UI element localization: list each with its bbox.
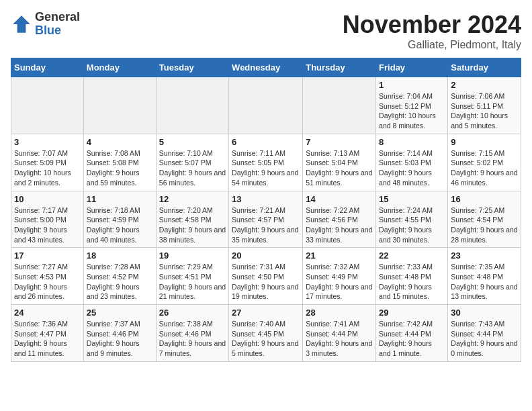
calendar-week-row: 17Sunrise: 7:27 AM Sunset: 4:53 PM Dayli… [11,248,521,305]
table-row: 22Sunrise: 7:33 AM Sunset: 4:48 PM Dayli… [376,248,448,305]
table-row: 2Sunrise: 7:06 AM Sunset: 5:11 PM Daylig… [448,77,521,134]
table-row: 8Sunrise: 7:14 AM Sunset: 5:03 PM Daylig… [376,134,448,191]
calendar-week-row: 3Sunrise: 7:07 AM Sunset: 5:09 PM Daylig… [11,134,521,191]
calendar-week-row: 1Sunrise: 7:04 AM Sunset: 5:12 PM Daylig… [11,77,521,134]
table-row: 28Sunrise: 7:41 AM Sunset: 4:44 PM Dayli… [303,305,376,362]
day-info: Sunrise: 7:25 AM Sunset: 4:54 PM Dayligh… [451,205,518,245]
calendar-week-row: 10Sunrise: 7:17 AM Sunset: 5:00 PM Dayli… [11,191,521,248]
day-info: Sunrise: 7:43 AM Sunset: 4:44 PM Dayligh… [451,319,518,359]
day-number: 22 [379,250,445,261]
day-info: Sunrise: 7:10 AM Sunset: 5:07 PM Dayligh… [159,148,226,188]
day-number: 12 [159,194,226,204]
table-row [83,77,156,134]
table-row: 21Sunrise: 7:32 AM Sunset: 4:49 PM Dayli… [303,248,376,305]
day-info: Sunrise: 7:31 AM Sunset: 4:50 PM Dayligh… [232,262,300,302]
day-info: Sunrise: 7:41 AM Sunset: 4:44 PM Dayligh… [306,319,373,359]
day-info: Sunrise: 7:32 AM Sunset: 4:49 PM Dayligh… [306,262,373,302]
table-row: 10Sunrise: 7:17 AM Sunset: 5:00 PM Dayli… [11,191,84,248]
day-number: 23 [451,250,518,261]
table-row: 27Sunrise: 7:40 AM Sunset: 4:45 PM Dayli… [229,305,303,362]
day-info: Sunrise: 7:36 AM Sunset: 4:47 PM Dayligh… [14,319,81,359]
day-info: Sunrise: 7:24 AM Sunset: 4:55 PM Dayligh… [379,205,445,245]
logo: General Blue [11,11,80,38]
logo-general-text: General [35,11,80,24]
page-header: General Blue November 2024 Galliate, Pie… [11,11,521,51]
day-info: Sunrise: 7:04 AM Sunset: 5:12 PM Dayligh… [379,91,445,131]
day-number: 11 [87,194,153,204]
table-row: 4Sunrise: 7:08 AM Sunset: 5:08 PM Daylig… [83,134,156,191]
table-row: 3Sunrise: 7:07 AM Sunset: 5:09 PM Daylig… [11,134,84,191]
svg-marker-0 [13,15,30,33]
day-number: 20 [232,250,300,261]
table-row: 18Sunrise: 7:28 AM Sunset: 4:52 PM Dayli… [83,248,156,305]
day-number: 29 [379,308,445,318]
table-row: 17Sunrise: 7:27 AM Sunset: 4:53 PM Dayli… [11,248,84,305]
day-info: Sunrise: 7:42 AM Sunset: 4:44 PM Dayligh… [379,319,445,359]
day-number: 28 [306,308,373,318]
day-info: Sunrise: 7:27 AM Sunset: 4:53 PM Dayligh… [14,262,81,302]
day-number: 24 [14,308,81,318]
table-row: 5Sunrise: 7:10 AM Sunset: 5:07 PM Daylig… [156,134,228,191]
day-info: Sunrise: 7:35 AM Sunset: 4:48 PM Dayligh… [451,262,518,302]
col-thursday: Thursday [303,58,376,77]
table-row: 19Sunrise: 7:29 AM Sunset: 4:51 PM Dayli… [156,248,228,305]
day-number: 19 [159,250,226,261]
day-info: Sunrise: 7:07 AM Sunset: 5:09 PM Dayligh… [14,148,81,188]
table-row: 14Sunrise: 7:22 AM Sunset: 4:56 PM Dayli… [303,191,376,248]
table-row: 7Sunrise: 7:13 AM Sunset: 5:04 PM Daylig… [303,134,376,191]
day-info: Sunrise: 7:37 AM Sunset: 4:46 PM Dayligh… [87,319,153,359]
logo-icon [11,13,32,35]
day-number: 25 [87,308,153,318]
day-number: 4 [87,137,153,147]
day-info: Sunrise: 7:29 AM Sunset: 4:51 PM Dayligh… [159,262,226,302]
table-row [229,77,303,134]
table-row: 1Sunrise: 7:04 AM Sunset: 5:12 PM Daylig… [376,77,448,134]
day-info: Sunrise: 7:15 AM Sunset: 5:02 PM Dayligh… [451,148,518,188]
day-info: Sunrise: 7:22 AM Sunset: 4:56 PM Dayligh… [306,205,373,245]
table-row: 26Sunrise: 7:38 AM Sunset: 4:46 PM Dayli… [156,305,228,362]
table-row: 29Sunrise: 7:42 AM Sunset: 4:44 PM Dayli… [376,305,448,362]
day-info: Sunrise: 7:08 AM Sunset: 5:08 PM Dayligh… [87,148,153,188]
day-number: 9 [451,137,518,147]
day-number: 18 [87,250,153,261]
day-info: Sunrise: 7:11 AM Sunset: 5:05 PM Dayligh… [232,148,300,188]
day-number: 7 [306,137,373,147]
table-row [156,77,228,134]
day-info: Sunrise: 7:06 AM Sunset: 5:11 PM Dayligh… [451,91,518,131]
col-friday: Friday [376,58,448,77]
day-number: 2 [451,80,518,90]
day-info: Sunrise: 7:18 AM Sunset: 4:59 PM Dayligh… [87,205,153,245]
day-info: Sunrise: 7:33 AM Sunset: 4:48 PM Dayligh… [379,262,445,302]
day-info: Sunrise: 7:20 AM Sunset: 4:58 PM Dayligh… [159,205,226,245]
col-sunday: Sunday [11,58,84,77]
table-row [303,77,376,134]
day-number: 13 [232,194,300,204]
logo-blue-text: Blue [35,24,80,38]
day-number: 3 [14,137,81,147]
table-row: 23Sunrise: 7:35 AM Sunset: 4:48 PM Dayli… [448,248,521,305]
title-block: November 2024 Galliate, Piedmont, Italy [343,11,521,51]
day-number: 14 [306,194,373,204]
calendar-header-row: Sunday Monday Tuesday Wednesday Thursday… [11,58,521,77]
table-row: 6Sunrise: 7:11 AM Sunset: 5:05 PM Daylig… [229,134,303,191]
day-number: 1 [379,80,445,90]
day-number: 16 [451,194,518,204]
day-info: Sunrise: 7:13 AM Sunset: 5:04 PM Dayligh… [306,148,373,188]
table-row: 16Sunrise: 7:25 AM Sunset: 4:54 PM Dayli… [448,191,521,248]
day-info: Sunrise: 7:40 AM Sunset: 4:45 PM Dayligh… [232,319,300,359]
day-info: Sunrise: 7:14 AM Sunset: 5:03 PM Dayligh… [379,148,445,188]
day-info: Sunrise: 7:38 AM Sunset: 4:46 PM Dayligh… [159,319,226,359]
table-row: 20Sunrise: 7:31 AM Sunset: 4:50 PM Dayli… [229,248,303,305]
table-row: 24Sunrise: 7:36 AM Sunset: 4:47 PM Dayli… [11,305,84,362]
month-title: November 2024 [343,11,521,39]
table-row: 12Sunrise: 7:20 AM Sunset: 4:58 PM Dayli… [156,191,228,248]
day-info: Sunrise: 7:17 AM Sunset: 5:00 PM Dayligh… [14,205,81,245]
day-number: 5 [159,137,226,147]
day-info: Sunrise: 7:21 AM Sunset: 4:57 PM Dayligh… [232,205,300,245]
day-number: 17 [14,250,81,261]
table-row: 15Sunrise: 7:24 AM Sunset: 4:55 PM Dayli… [376,191,448,248]
table-row: 25Sunrise: 7:37 AM Sunset: 4:46 PM Dayli… [83,305,156,362]
table-row [11,77,84,134]
day-number: 21 [306,250,373,261]
calendar-table: Sunday Monday Tuesday Wednesday Thursday… [11,58,521,362]
